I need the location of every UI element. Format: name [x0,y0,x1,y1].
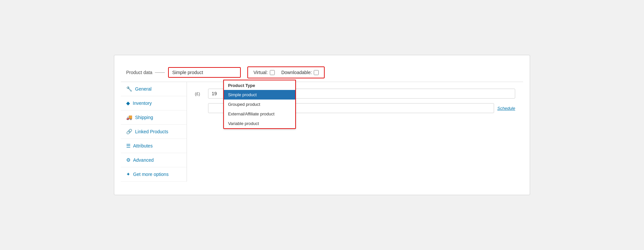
sidebar-item-advanced[interactable]: ⚙ Advanced [121,153,187,167]
truck-icon: 🚚 [126,114,132,120]
dropdown-option-external[interactable]: External/Affiliate product [224,109,295,119]
downloadable-label: Downloadable: [281,70,312,75]
product-data-label: Product data [126,70,152,75]
product-type-select[interactable]: Simple product Grouped product External/… [168,67,241,78]
main-layout: 🔧 General ◆ Inventory 🚚 Shipping 🔗 Linke… [121,82,523,182]
header-divider [155,72,165,73]
sidebar-item-linked-products[interactable]: 🔗 Linked Products [121,125,187,139]
sidebar-label-attributes: Attributes [133,143,153,148]
sidebar-item-inventory[interactable]: ◆ Inventory [121,96,187,110]
sidebar-label-general: General [135,86,152,92]
product-type-select-wrapper: Simple product Grouped product External/… [168,67,241,78]
dropdown-header: Product Type [224,80,295,90]
list-icon: ☰ [126,143,130,149]
sidebar-item-shipping[interactable]: 🚚 Shipping [121,110,187,125]
star-icon: ✦ [126,171,130,177]
product-data-panel: Product data Simple product Grouped prod… [114,55,530,195]
gear-icon: ⚙ [126,157,130,163]
virtual-label: Virtual: [253,70,268,75]
sidebar-label-advanced: Advanced [133,157,154,163]
sidebar: 🔧 General ◆ Inventory 🚚 Shipping 🔗 Linke… [121,82,187,182]
dropdown-option-simple[interactable]: Simple product [224,90,295,100]
dropdown-option-variable[interactable]: Variable product [224,119,295,128]
sidebar-item-get-more-options[interactable]: ✦ Get more options [121,167,187,182]
downloadable-checkbox[interactable] [314,70,319,75]
virtual-item: Virtual: [253,70,274,75]
sidebar-label-inventory: Inventory [133,101,152,106]
sidebar-item-general[interactable]: 🔧 General [121,82,187,96]
sidebar-label-shipping: Shipping [135,115,153,120]
price-label: (£) [195,91,205,96]
sidebar-label-get-more-options: Get more options [133,172,168,177]
dropdown-option-grouped[interactable]: Grouped product [224,100,295,109]
sidebar-item-attributes[interactable]: ☰ Attributes [121,139,187,153]
virtual-checkbox[interactable] [270,70,275,75]
virtual-downloadable-box: Virtual: Downloadable: [247,66,325,78]
schedule-link[interactable]: Schedule [497,106,515,111]
product-type-dropdown: Product Type Simple product Grouped prod… [223,80,296,129]
wrench-icon: 🔧 [126,86,132,92]
sidebar-label-linked-products: Linked Products [135,129,168,134]
diamond-icon: ◆ [126,100,130,106]
link-icon: 🔗 [126,129,132,135]
downloadable-item: Downloadable: [281,70,319,75]
product-data-header: Product data Simple product Grouped prod… [121,62,523,82]
